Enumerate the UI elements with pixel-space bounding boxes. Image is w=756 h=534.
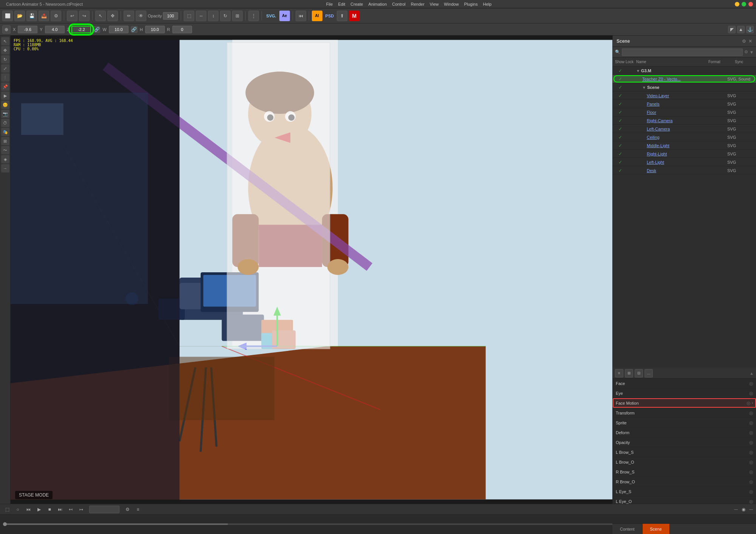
check-middle-light[interactable]: ✓: [615, 143, 626, 148]
anchor-tc[interactable]: ▲: [737, 26, 745, 33]
flip-v-btn[interactable]: ↕: [208, 11, 218, 21]
scene-close-icon[interactable]: ✕: [748, 39, 752, 44]
name-right-light[interactable]: Right-Light: [636, 152, 727, 156]
tool-pin[interactable]: 📌: [1, 82, 9, 91]
tl-frame-counter[interactable]: [89, 506, 119, 513]
scene-settings-icon[interactable]: ⚙: [742, 39, 746, 44]
w-input[interactable]: [109, 26, 129, 33]
prop-icon-r-brow-s[interactable]: ◎: [749, 469, 753, 475]
menu-help[interactable]: Help: [483, 2, 492, 6]
grid-btn[interactable]: ⊞: [232, 11, 243, 21]
tool-camera[interactable]: 📷: [1, 110, 9, 118]
prop-icon-l-eye-o[interactable]: ◎: [749, 499, 753, 504]
canvas-area[interactable]: FPS : 168.99, AVG : 168.44 RAM : 1188MB …: [11, 36, 612, 504]
tool-anim[interactable]: ▶: [1, 92, 9, 100]
history-btn[interactable]: ⏮: [296, 11, 306, 21]
prop-icon-r-brow-o[interactable]: ◎: [749, 479, 753, 484]
y-input[interactable]: [45, 26, 65, 33]
name-desk[interactable]: Desk: [636, 168, 727, 173]
props-scroll-up[interactable]: ▲: [750, 371, 754, 376]
redo-button[interactable]: ↪: [79, 11, 90, 21]
scene-row-g3m[interactable]: ✓ ▼G3.M: [613, 67, 756, 75]
props-grid-btn[interactable]: ⊞: [625, 369, 633, 377]
viewport[interactable]: [11, 36, 612, 504]
tool-deform[interactable]: 〜: [1, 146, 9, 154]
check-left-camera[interactable]: ✓: [615, 126, 626, 132]
ae-button[interactable]: Ae: [279, 11, 290, 21]
check-ceiling[interactable]: ✓: [615, 135, 626, 140]
tl-loop-end-btn[interactable]: ↦: [77, 505, 85, 514]
search-settings-icon[interactable]: ⚙: [744, 50, 748, 54]
prop-icon-face[interactable]: ◎: [749, 381, 753, 386]
prop-row-l-brow-s[interactable]: L Brow_S ◎: [613, 447, 756, 457]
tl-loop-start-btn[interactable]: ↤: [67, 505, 75, 514]
name-g3m[interactable]: ▼G3.M: [636, 68, 727, 73]
tab-scene[interactable]: Scene: [643, 524, 670, 534]
props-list-btn[interactable]: ≡: [615, 369, 623, 377]
prop-icon-transform[interactable]: ◎: [749, 410, 753, 416]
menu-control[interactable]: Control: [392, 2, 405, 6]
tl-prev-key-btn[interactable]: ⏮: [24, 505, 33, 514]
prop-expand-face-motion[interactable]: ›: [752, 401, 753, 405]
move-tool[interactable]: ✥: [107, 11, 118, 21]
link-btn[interactable]: 🔗: [93, 26, 100, 33]
menu-edit[interactable]: Edit: [338, 2, 345, 6]
check-scene[interactable]: ✓: [615, 85, 626, 90]
tl-end-btn[interactable]: ◉: [739, 505, 748, 514]
props-settings-btn[interactable]: …: [644, 369, 653, 377]
menu-create[interactable]: Create: [350, 2, 363, 6]
name-right-camera[interactable]: Right-Camera: [636, 118, 727, 123]
name-floor[interactable]: Floor: [636, 110, 727, 115]
check-teacher[interactable]: ✓: [615, 76, 626, 82]
prop-row-l-brow-o[interactable]: L Brow_O ◎: [613, 457, 756, 467]
opacity-input[interactable]: [163, 12, 178, 20]
check-right-light[interactable]: ✓: [615, 151, 626, 157]
new-button[interactable]: ⬜: [2, 11, 13, 21]
export-button[interactable]: 📤: [39, 11, 49, 21]
prop-row-opacity[interactable]: Opacity ◎: [613, 438, 756, 447]
props-col-btn[interactable]: ⊟: [635, 369, 643, 377]
prop-icon-face-motion[interactable]: ◎: [747, 400, 750, 406]
transform-btn[interactable]: ⬚: [184, 11, 194, 21]
tool-mesh[interactable]: ⊞: [1, 137, 9, 145]
m-button[interactable]: M: [349, 11, 359, 21]
prop-row-face[interactable]: Face ◎: [613, 379, 756, 388]
tl-record-btn[interactable]: ○: [14, 505, 22, 514]
tool-move[interactable]: ✥: [1, 46, 9, 54]
scene-row-left-camera[interactable]: ✓ Left-Camera SVG: [613, 125, 756, 133]
prop-icon-deform[interactable]: ◎: [749, 430, 753, 435]
scene-row-scene[interactable]: ✓ ▼Scene: [613, 83, 756, 92]
prop-row-eye[interactable]: Eye ◎: [613, 388, 756, 398]
check-right-camera[interactable]: ✓: [615, 118, 626, 123]
check-panels[interactable]: ✓: [615, 101, 626, 107]
check-g3m[interactable]: ✓: [615, 68, 626, 73]
tool-bone[interactable]: ⋮: [1, 73, 9, 82]
x-input[interactable]: [18, 26, 37, 33]
scene-search-input[interactable]: [622, 48, 743, 56]
tl-play-btn[interactable]: ▶: [35, 505, 43, 514]
name-panels[interactable]: Panels: [636, 102, 727, 106]
eye-tool[interactable]: 👁: [136, 11, 146, 21]
anchor-link3[interactable]: ⚓: [746, 26, 754, 33]
tl-settings-btn[interactable]: ⚙: [123, 505, 132, 514]
prop-row-r-brow-o[interactable]: R Brow_O ◎: [613, 477, 756, 487]
anchor-tl[interactable]: ◤: [728, 26, 736, 33]
export2-btn[interactable]: ⬆: [337, 11, 347, 21]
h-input[interactable]: [145, 26, 165, 33]
tl-screen-btn[interactable]: ⬚: [3, 505, 11, 514]
prop-icon-l-brow-o[interactable]: ◎: [749, 459, 753, 465]
tool-sprite[interactable]: ◈: [1, 155, 9, 163]
ai-button[interactable]: AI: [312, 11, 322, 21]
menu-window[interactable]: Window: [444, 2, 459, 6]
scene-row-middle-light[interactable]: ✓ Middle-Light SVG: [613, 141, 756, 150]
prop-icon-l-eye-s[interactable]: ◎: [749, 489, 753, 494]
tl-more-btn[interactable]: ≡: [134, 505, 142, 514]
prop-row-transform[interactable]: Transform ◎: [613, 408, 756, 418]
menu-view[interactable]: View: [430, 2, 439, 6]
maximize-button[interactable]: [742, 2, 746, 6]
prop-row-r-brow-s[interactable]: R Brow_S ◎: [613, 467, 756, 477]
name-scene[interactable]: ▼Scene: [636, 85, 727, 90]
tool-arrow[interactable]: →: [1, 164, 9, 172]
tool-face[interactable]: 😊: [1, 101, 9, 109]
name-left-light[interactable]: Left-Light: [636, 160, 727, 165]
